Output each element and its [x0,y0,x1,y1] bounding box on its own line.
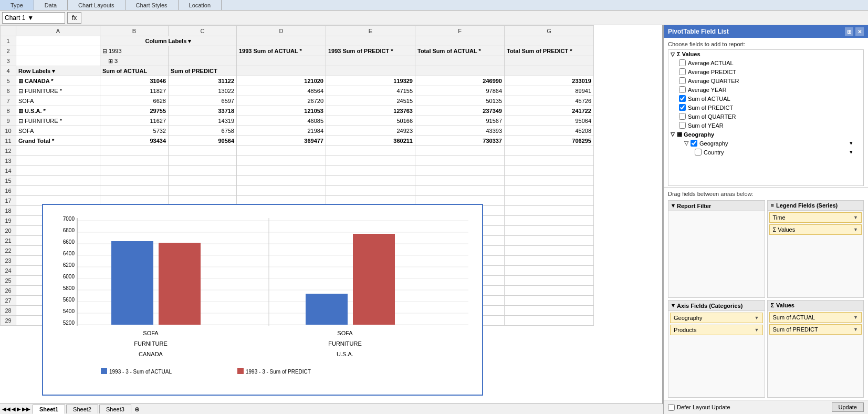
cell-b1[interactable]: Column Labels ▾ [100,36,237,46]
cell-g9[interactable]: 95064 [505,116,594,126]
cell-f9[interactable]: 91567 [415,116,505,126]
empty-cell[interactable] [169,146,237,156]
empty-cell[interactable] [326,166,415,176]
empty-cell[interactable] [16,166,100,176]
empty-cell[interactable] [505,306,594,316]
empty-cell[interactable] [415,146,505,156]
check-sum-predict[interactable] [679,104,686,111]
cell-b9[interactable]: 11627 [100,116,169,126]
empty-cell[interactable] [16,176,100,186]
empty-cell[interactable] [100,186,169,196]
pivot-section-values[interactable]: ▽ Σ Values [668,50,863,58]
empty-cell[interactable] [505,286,594,296]
legend-item-time[interactable]: Time ▼ [769,212,862,223]
cell-g8[interactable]: 241722 [505,106,594,116]
empty-cell[interactable] [415,186,505,196]
pivot-section-geography[interactable]: ▽ ▦ Geography [668,130,863,139]
cell-g1[interactable] [505,36,594,46]
pivot-icon-close[interactable]: ✕ [855,27,864,36]
axis-item-geography[interactable]: Geography ▼ [670,313,763,323]
cell-e7[interactable]: 24515 [326,96,415,106]
field-sum-actual[interactable]: Sum of ACTUAL [668,94,863,103]
cell-g10[interactable]: 45208 [505,126,594,136]
nav-prev[interactable]: ◀ [12,406,16,412]
tab-location[interactable]: Location [179,0,222,10]
cell-b7[interactable]: 6628 [100,96,169,106]
cell-a9[interactable]: ⊟ FURNITURE * [16,116,100,126]
empty-cell[interactable] [100,176,169,186]
cell-c4[interactable]: Sum of PREDICT [169,66,237,76]
empty-cell[interactable] [505,226,594,236]
empty-cell[interactable] [505,166,594,176]
empty-cell[interactable] [326,146,415,156]
cell-e11[interactable]: 360211 [326,136,415,146]
cell-b5[interactable]: 31046 [100,76,169,86]
empty-cell[interactable] [505,266,594,276]
cell-c8[interactable]: 33718 [169,106,237,116]
check-sum-actual[interactable] [679,95,686,102]
values-item-sum-predict[interactable]: Sum of PREDICT ▼ [769,324,862,335]
cell-a1[interactable] [16,36,100,46]
empty-cell[interactable] [237,186,326,196]
update-button[interactable]: Update [832,402,864,412]
add-sheet-btn[interactable]: ⊕ [134,406,140,413]
tab-data[interactable]: Data [34,0,68,10]
empty-cell[interactable] [237,176,326,186]
check-sum-quarter[interactable] [679,113,686,120]
empty-cell[interactable] [415,166,505,176]
cell-g4[interactable] [505,66,594,76]
sheet-tab-sheet3[interactable]: Sheet3 [99,405,131,413]
cell-f8[interactable]: 237349 [415,106,505,116]
tab-chart-layouts[interactable]: Chart Layouts [68,0,125,10]
cell-d8[interactable]: 121053 [237,106,326,116]
cell-a3[interactable] [16,56,100,66]
empty-cell[interactable] [505,186,594,196]
check-sum-year[interactable] [679,122,686,129]
cell-f2[interactable]: Total Sum of ACTUAL * [415,46,505,56]
empty-cell[interactable] [16,186,100,196]
cell-d5[interactable]: 121020 [237,76,326,86]
field-sum-year[interactable]: Sum of YEAR [668,121,863,130]
cell-g5[interactable]: 233019 [505,76,594,86]
check-geography[interactable] [691,140,697,147]
empty-cell[interactable] [415,156,505,166]
drop-arrow[interactable]: ▼ [853,315,858,320]
cell-a8[interactable]: ⊞ U.S.A. * [16,106,100,116]
empty-cell[interactable] [415,176,505,186]
cell-c5[interactable]: 31122 [169,76,237,86]
drop-arrow[interactable]: ▼ [853,215,858,220]
cell-e8[interactable]: 123763 [326,106,415,116]
filter-icon[interactable]: ▾ [850,140,853,147]
cell-a7[interactable]: SOFA [16,96,100,106]
values-item-sum-actual[interactable]: Sum of ACTUAL ▼ [769,312,862,323]
drop-arrow[interactable]: ▼ [755,315,759,320]
check-avg-predict[interactable] [679,68,686,75]
cell-f10[interactable]: 43393 [415,126,505,136]
cell-f7[interactable]: 50135 [415,96,505,106]
cell-c3[interactable] [169,56,237,66]
empty-cell[interactable] [169,176,237,186]
empty-cell[interactable] [326,156,415,166]
empty-cell[interactable] [237,166,326,176]
fx-button[interactable]: fx [67,12,81,24]
cell-e10[interactable]: 24923 [326,126,415,136]
defer-layout-checkbox[interactable] [668,404,675,411]
cell-e2[interactable]: 1993 Sum of PREDICT * [326,46,415,56]
nav-next[interactable]: ▶ [17,406,21,412]
cell-d3[interactable] [237,56,326,66]
empty-cell[interactable] [326,186,415,196]
cell-a6[interactable]: ⊟ FURNITURE * [16,86,100,96]
cell-e4[interactable] [326,66,415,76]
empty-cell[interactable] [505,176,594,186]
cell-a10[interactable]: SOFA [16,126,100,136]
cell-c7[interactable]: 6597 [169,96,237,106]
field-avg-predict[interactable]: Average PREDICT [668,67,863,76]
pivot-area-report-filter[interactable]: ▾ Report Filter [668,200,765,298]
cell-f11[interactable]: 730337 [415,136,505,146]
cell-d2[interactable]: 1993 Sum of ACTUAL * [237,46,326,56]
cell-b6[interactable]: 11827 [100,86,169,96]
cell-g11[interactable]: 706295 [505,136,594,146]
cell-f6[interactable]: 97864 [415,86,505,96]
cell-g6[interactable]: 89941 [505,86,594,96]
chart-container[interactable]: 7000 6800 6600 6400 6200 6000 5800 5600 … [42,204,483,396]
